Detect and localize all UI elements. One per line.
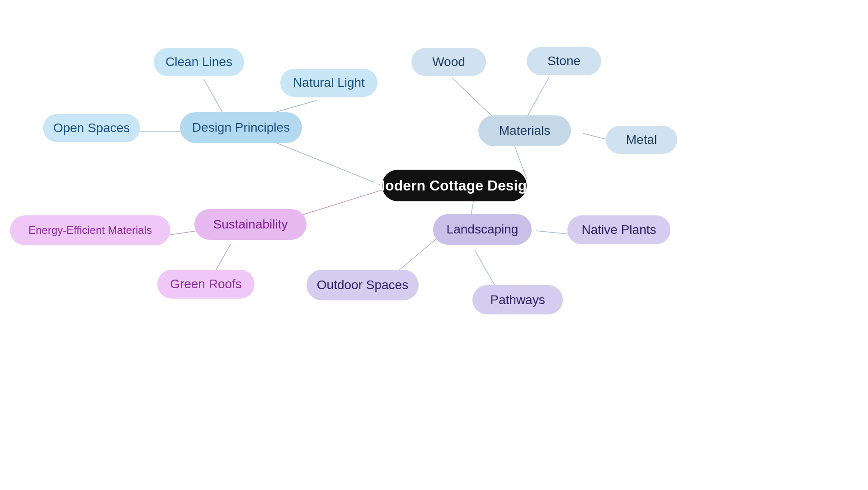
metal-node[interactable]: Metal <box>606 126 677 154</box>
wood-node[interactable]: Wood <box>411 48 486 76</box>
outdoor-spaces-node[interactable]: Outdoor Spaces <box>307 270 419 300</box>
green-roofs-node[interactable]: Green Roofs <box>157 270 255 299</box>
landscaping-node[interactable]: Landscaping <box>433 214 532 245</box>
pathways-node[interactable]: Pathways <box>472 285 563 314</box>
native-plants-node[interactable]: Native Plants <box>567 215 670 244</box>
stone-node[interactable]: Stone <box>527 47 601 75</box>
svg-line-5 <box>452 78 497 121</box>
design-principles-node[interactable]: Design Principles <box>180 112 302 143</box>
svg-line-14 <box>536 231 572 234</box>
center-node[interactable]: Modern Cottage Design <box>382 170 527 201</box>
open-spaces-node[interactable]: Open Spaces <box>43 114 140 142</box>
natural-light-node[interactable]: Natural Light <box>280 69 377 97</box>
energy-efficient-node[interactable]: Energy-Efficient Materials <box>10 215 170 245</box>
sustainability-node[interactable]: Sustainability <box>194 209 307 240</box>
clean-lines-node[interactable]: Clean Lines <box>154 48 244 76</box>
svg-line-13 <box>475 250 497 290</box>
svg-line-6 <box>524 77 549 121</box>
materials-node[interactable]: Materials <box>478 115 571 146</box>
